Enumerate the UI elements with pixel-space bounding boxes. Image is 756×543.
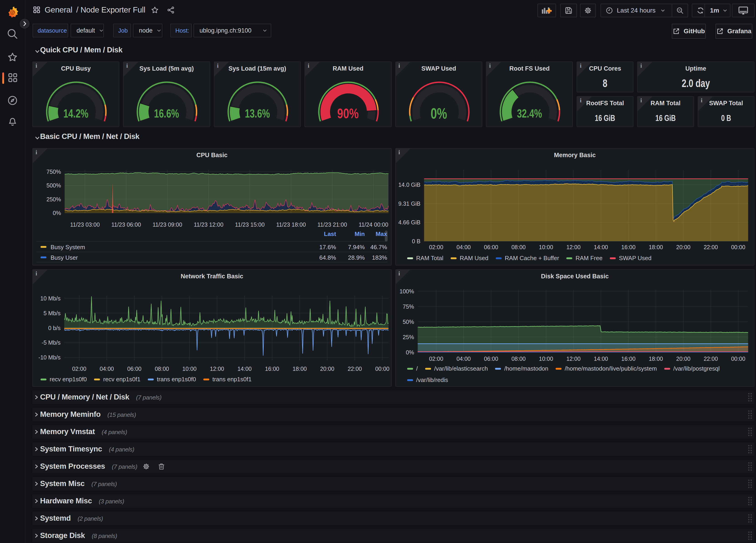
svg-text:00:00: 00:00 <box>375 366 390 372</box>
svg-text:0 b/s: 0 b/s <box>48 325 61 331</box>
svg-text:20:00: 20:00 <box>320 366 335 372</box>
svg-text:75%: 75% <box>403 303 414 310</box>
svg-text:04:00: 04:00 <box>456 244 471 250</box>
svg-text:18:00: 18:00 <box>649 356 663 362</box>
svg-text:02:00: 02:00 <box>429 244 443 250</box>
svg-text:11/23 21:00: 11/23 21:00 <box>317 221 347 228</box>
svg-text:02:00: 02:00 <box>429 356 443 362</box>
svg-text:10 Mb/s: 10 Mb/s <box>40 295 61 302</box>
svg-text:08:00: 08:00 <box>511 244 526 250</box>
svg-text:500%: 500% <box>46 182 61 189</box>
svg-text:18:00: 18:00 <box>649 244 663 250</box>
svg-text:20:00: 20:00 <box>676 244 690 250</box>
svg-text:16:00: 16:00 <box>621 356 636 362</box>
svg-text:10:00: 10:00 <box>539 244 553 250</box>
svg-text:25%: 25% <box>403 334 414 340</box>
svg-text:04:00: 04:00 <box>456 356 471 362</box>
svg-text:06:00: 06:00 <box>127 366 142 372</box>
svg-text:22:00: 22:00 <box>348 366 362 372</box>
svg-text:250%: 250% <box>46 196 61 202</box>
svg-text:4.66 GiB: 4.66 GiB <box>398 219 420 225</box>
svg-text:11/24 00:00: 11/24 00:00 <box>359 221 388 228</box>
svg-text:750%: 750% <box>46 169 61 175</box>
svg-text:0%: 0% <box>406 349 414 356</box>
svg-text:0 B: 0 B <box>412 238 420 244</box>
svg-text:-5 Mb/s: -5 Mb/s <box>42 339 61 346</box>
svg-text:10:00: 10:00 <box>182 366 197 372</box>
svg-text:04:00: 04:00 <box>100 366 114 372</box>
svg-text:22:00: 22:00 <box>704 244 718 250</box>
svg-text:11/23 15:00: 11/23 15:00 <box>235 221 265 228</box>
svg-text:22:00: 22:00 <box>704 356 718 362</box>
svg-text:5 Mb/s: 5 Mb/s <box>43 310 61 316</box>
svg-text:14:00: 14:00 <box>594 356 608 362</box>
svg-text:50%: 50% <box>403 319 414 325</box>
svg-text:02:00: 02:00 <box>72 366 87 372</box>
svg-text:100%: 100% <box>399 288 414 295</box>
svg-text:12:00: 12:00 <box>210 366 224 372</box>
svg-text:9.31 GiB: 9.31 GiB <box>398 200 420 207</box>
svg-text:16:00: 16:00 <box>621 244 636 250</box>
svg-text:11/23 06:00: 11/23 06:00 <box>111 221 141 228</box>
svg-text:16:00: 16:00 <box>265 366 279 372</box>
svg-text:00:00: 00:00 <box>731 356 745 362</box>
svg-text:14:00: 14:00 <box>238 366 252 372</box>
svg-text:06:00: 06:00 <box>484 244 498 250</box>
svg-text:08:00: 08:00 <box>511 356 526 362</box>
svg-text:00:00: 00:00 <box>731 244 745 250</box>
svg-text:20:00: 20:00 <box>676 356 690 362</box>
svg-text:11/23 18:00: 11/23 18:00 <box>276 221 306 228</box>
svg-text:14.0 GiB: 14.0 GiB <box>398 182 420 188</box>
svg-text:11/23 09:00: 11/23 09:00 <box>153 221 182 228</box>
svg-text:06:00: 06:00 <box>484 356 498 362</box>
svg-text:08:00: 08:00 <box>155 366 169 372</box>
svg-text:-10 Mb/s: -10 Mb/s <box>38 354 61 361</box>
svg-text:12:00: 12:00 <box>566 244 581 250</box>
svg-text:0%: 0% <box>53 210 61 216</box>
svg-text:11/23 03:00: 11/23 03:00 <box>70 221 100 228</box>
svg-text:14:00: 14:00 <box>594 244 608 250</box>
svg-text:18:00: 18:00 <box>293 366 307 372</box>
svg-text:10:00: 10:00 <box>539 356 553 362</box>
svg-text:11/23 12:00: 11/23 12:00 <box>194 221 223 228</box>
svg-text:12:00: 12:00 <box>566 356 581 362</box>
